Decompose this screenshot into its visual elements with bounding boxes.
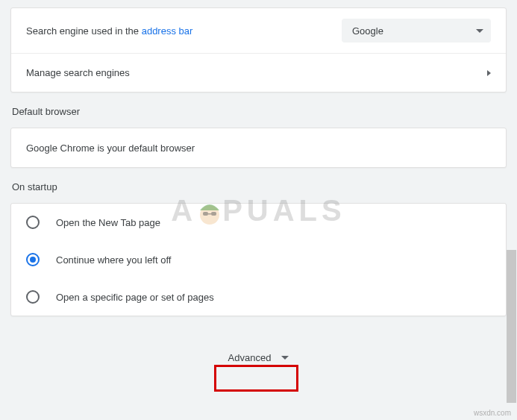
- default-browser-row: Google Chrome is your default browser: [11, 128, 506, 167]
- default-browser-heading: Default browser: [12, 106, 507, 117]
- on-startup-heading: On startup: [12, 181, 507, 192]
- chevron-down-icon: [281, 356, 289, 360]
- startup-option-new-tab[interactable]: Open the New Tab page: [11, 204, 506, 241]
- radio-unchecked-icon: [26, 290, 40, 304]
- manage-search-engines-label: Manage search engines: [26, 67, 487, 78]
- credit-text: wsxdn.com: [474, 409, 511, 417]
- advanced-label: Advanced: [228, 352, 272, 363]
- search-engine-label: Search engine used in the address bar: [26, 25, 342, 37]
- radio-dot-icon: [30, 257, 36, 263]
- search-engine-card: Search engine used in the address bar Go…: [10, 7, 507, 93]
- search-engine-label-text: Search engine used in the: [26, 25, 142, 37]
- settings-page: Search engine used in the address bar Go…: [0, 0, 517, 420]
- startup-option-specific[interactable]: Open a specific page or set of pages: [11, 278, 506, 316]
- startup-option-continue[interactable]: Continue where you left off: [11, 241, 506, 278]
- scrollbar-thumb[interactable]: [507, 250, 516, 403]
- startup-option-label: Open the New Tab page: [56, 217, 160, 228]
- startup-option-label: Continue where you left off: [56, 254, 171, 266]
- chevron-down-icon: [476, 29, 483, 33]
- on-startup-card: Open the New Tab page Continue where you…: [10, 203, 507, 316]
- radio-unchecked-icon: [26, 216, 40, 229]
- search-engine-selected: Google: [352, 25, 383, 37]
- default-browser-status: Google Chrome is your default browser: [26, 142, 491, 154]
- advanced-button[interactable]: Advanced: [218, 346, 300, 369]
- address-bar-link[interactable]: address bar: [142, 25, 193, 37]
- advanced-section: Advanced: [10, 330, 507, 392]
- chevron-right-icon: [487, 70, 491, 76]
- manage-search-engines-row[interactable]: Manage search engines: [11, 53, 506, 92]
- radio-checked-icon: [26, 253, 40, 266]
- startup-option-label: Open a specific page or set of pages: [56, 292, 214, 303]
- default-browser-card: Google Chrome is your default browser: [10, 128, 507, 168]
- search-engine-row: Search engine used in the address bar Go…: [11, 8, 506, 53]
- search-engine-select[interactable]: Google: [342, 19, 491, 43]
